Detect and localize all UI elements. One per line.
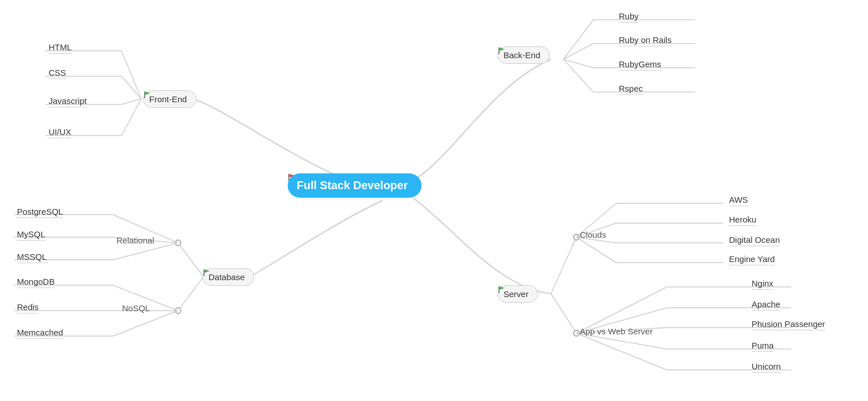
server-branch: Server — [497, 285, 538, 303]
clouds-subbranch: Clouds — [580, 230, 606, 239]
svg-line-32 — [551, 237, 576, 294]
svg-rect-58 — [498, 47, 500, 54]
svg-line-3 — [121, 99, 141, 136]
database-branch: Database — [202, 268, 254, 286]
leaf-rails: Ruby on Rails — [619, 35, 671, 46]
center-node: Full Stack Developer — [288, 173, 422, 198]
center-flag-icon — [288, 173, 296, 181]
svg-marker-57 — [145, 91, 150, 95]
leaf-javascript: Javascript — [49, 96, 87, 107]
svg-line-42 — [551, 294, 576, 333]
backend-flag-icon — [498, 47, 506, 55]
leaf-mysql: MySQL — [17, 229, 45, 241]
svg-line-9 — [563, 43, 593, 59]
leaf-html: HTML — [49, 42, 72, 54]
leaf-css: CSS — [49, 68, 66, 79]
center-label: Full Stack Developer — [297, 179, 408, 192]
svg-marker-55 — [289, 174, 294, 177]
leaf-unicorn: Unicorn — [752, 361, 781, 373]
leaf-nginx: Nginx — [752, 278, 773, 290]
svg-marker-61 — [205, 269, 210, 273]
svg-marker-63 — [500, 286, 505, 290]
svg-line-8 — [563, 20, 593, 59]
backend-label: Back-End — [504, 50, 540, 60]
leaf-phusion: Phusion Passenger — [752, 319, 825, 330]
leaf-puma: Puma — [752, 341, 774, 352]
svg-rect-60 — [203, 269, 205, 276]
leaf-mongodb: MongoDB — [17, 277, 55, 288]
svg-rect-54 — [288, 174, 289, 181]
leaf-rubygems: RubyGems — [619, 59, 661, 71]
svg-line-1 — [121, 76, 141, 99]
svg-marker-59 — [500, 47, 505, 51]
frontend-branch: Front-End — [143, 90, 197, 108]
svg-line-48 — [576, 333, 667, 370]
leaf-digitalocean: Digital Ocean — [729, 235, 780, 246]
leaf-uiux: UI/UX — [49, 127, 71, 138]
leaf-apache: Apache — [752, 299, 780, 311]
svg-line-20 — [113, 243, 178, 260]
leaf-redis: Redis — [17, 302, 38, 313]
mind-map: Full Stack Developer Front-End HTML CSS … — [0, 0, 868, 401]
leaf-engineyard: Engine Yard — [729, 254, 775, 265]
leaf-mssql: MSSQL — [17, 252, 47, 263]
svg-rect-62 — [498, 286, 500, 293]
leaf-memcached: Memcached — [17, 328, 63, 339]
leaf-postgresql: PostgreSQL — [17, 207, 63, 218]
database-label: Database — [209, 272, 245, 282]
frontend-label: Front-End — [149, 94, 187, 104]
relational-subbranch: Relational — [116, 236, 154, 245]
svg-line-10 — [563, 59, 593, 68]
svg-line-24 — [178, 277, 203, 311]
leaf-rspec: Rspec — [619, 84, 643, 95]
svg-line-28 — [113, 311, 178, 336]
database-flag-icon — [203, 269, 211, 277]
svg-line-11 — [563, 59, 593, 92]
leaf-heroku: Heroku — [729, 215, 756, 226]
svg-line-37 — [576, 237, 616, 263]
server-label: Server — [504, 289, 528, 299]
svg-line-0 — [121, 51, 141, 99]
appwebserver-subbranch: App vs Web Server — [580, 326, 653, 336]
nosql-subbranch: NoSQL — [122, 303, 150, 313]
svg-line-16 — [178, 243, 203, 277]
svg-rect-56 — [144, 91, 145, 98]
backend-branch: Back-End — [497, 46, 550, 64]
leaf-ruby: Ruby — [619, 11, 639, 23]
frontend-flag-icon — [144, 91, 151, 99]
server-flag-icon — [498, 286, 506, 294]
leaf-aws: AWS — [729, 195, 748, 206]
